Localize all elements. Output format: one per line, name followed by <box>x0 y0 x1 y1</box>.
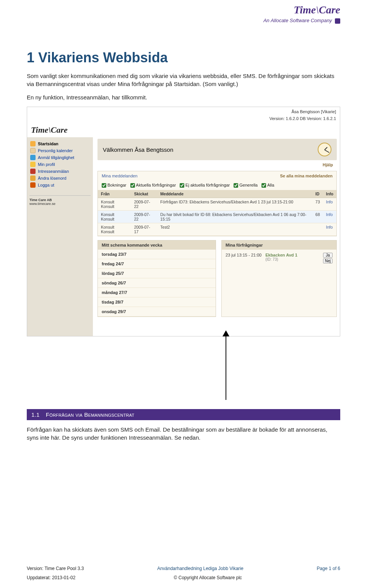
logo-text-left: Time <box>294 4 316 16</box>
sidebar-item-label: Anmäl tillgänglighet <box>38 155 74 160</box>
footer-version: Version: Time Care Pool 3.3 <box>27 566 84 571</box>
ic-start-icon <box>30 141 36 146</box>
ic-logout-icon <box>30 182 36 188</box>
schedule-title: Mitt schema kommande vecka <box>98 240 216 250</box>
section-heading: 1.1 Förfrågan via Bemanningscentrat <box>27 409 340 420</box>
inquiries-card: Mina förfrågningar 23 jul 13:15 - 21:00 … <box>221 240 337 317</box>
info-link[interactable]: Info <box>323 223 336 236</box>
version-label: Version: 1.6.2.0 DB Version: 1.6.2.1 <box>31 115 336 122</box>
logo-text-right: Care <box>319 4 340 16</box>
table-row[interactable]: Konsult Konsult2009-07-22Förfrågan ID73:… <box>98 198 336 211</box>
messages-panel: Mina meddelanden Se alla mina meddelande… <box>97 171 337 236</box>
cell-sent: 2009-07-22 <box>131 198 158 211</box>
ic-pw-icon <box>30 175 36 181</box>
sidebar-item-label: Intresseanmälan <box>38 169 69 174</box>
cell-from: Konsult Konsult <box>98 198 131 211</box>
section-number: 1.1 <box>31 411 39 418</box>
arrow-pointer-icon <box>226 335 226 400</box>
filter-generella[interactable]: Generella <box>234 183 258 187</box>
column-header: Info <box>323 190 336 198</box>
filter-alla[interactable]: Alla <box>261 183 274 187</box>
message-filters: BokningarAktuella förfrågningarEj aktuel… <box>98 180 336 190</box>
filter-checkbox[interactable] <box>102 183 106 188</box>
welcome-text: Välkommen Åsa Bengtsson <box>103 146 173 153</box>
document-title: 1 Vikariens Webbsida <box>27 50 340 66</box>
sidebar-item-label: Startsidan <box>38 141 58 146</box>
footer-updated: Uppdaterat: 2013-01-02 <box>27 575 75 580</box>
sidebar-item-anmäl-tillgänglighet[interactable]: Anmäl tillgänglighet <box>29 154 91 161</box>
document-footer: Version: Time Care Pool 3.3 Användarhand… <box>27 566 340 580</box>
messages-table: FrånSkickatMeddelandeIDInfo Konsult Kons… <box>98 190 336 236</box>
schedule-day: lördag 25/7 <box>98 269 216 278</box>
footer-page: Page 1 of 6 <box>317 566 340 571</box>
sidebar-item-label: Ändra lösenord <box>38 176 67 180</box>
section-title: Förfrågan via Bemanningscentrat <box>46 411 135 418</box>
column-header: Meddelande <box>157 190 312 198</box>
clock-icon <box>318 143 331 156</box>
table-row[interactable]: Konsult Konsult2009-07-17Test2Info <box>98 223 336 236</box>
section-body-text: Förfrågan kan ha skickats även som SMS o… <box>27 426 340 442</box>
cell-id <box>312 223 323 236</box>
column-header: ID <box>312 190 323 198</box>
company-url: www.timecare.se <box>29 202 91 206</box>
sidebar-item-logga-ut[interactable]: Logga ut <box>29 182 91 188</box>
sidebar-item-intresseanmälan[interactable]: Intresseanmälan <box>29 168 91 175</box>
cell-from: Konsult Konsult <box>98 211 131 223</box>
filter-checkbox[interactable] <box>234 183 238 188</box>
logo-subtitle: An Allocate Software Company <box>263 18 332 23</box>
cell-from: Konsult Konsult <box>98 223 131 236</box>
filter-checkbox[interactable] <box>261 183 266 188</box>
company-name: Time Care AB <box>29 198 91 202</box>
sidebar-item-personlig-kalender[interactable]: Personlig kalender <box>29 147 91 154</box>
ic-avail-icon <box>30 155 36 160</box>
sidebar-item-label: Personlig kalender <box>38 148 73 153</box>
inquiry-yes-button[interactable]: Ja <box>323 253 333 258</box>
help-link[interactable]: Hjälp <box>93 162 340 171</box>
embedded-screenshot: Åsa Bengtsson [Vikarie] Version: 1.6.2.0… <box>27 107 340 336</box>
column-header: Från <box>98 190 131 198</box>
sidebar-item-startsidan[interactable]: Startsidan <box>29 140 91 147</box>
cell-msg: Du har blivit bokad för ID 68: Ekbackens… <box>157 211 312 223</box>
filter-checkbox[interactable] <box>180 183 184 188</box>
schedule-day: onsdag 29/7 <box>98 307 216 317</box>
ic-interest-icon <box>30 169 36 174</box>
column-header: Skickat <box>131 190 158 198</box>
schedule-day: torsdag 23/7 <box>98 250 216 259</box>
cell-id: 68 <box>312 211 323 223</box>
cell-msg: Test2 <box>157 223 312 236</box>
sidebar-item-min-profil[interactable]: Min profil <box>29 161 91 168</box>
filter-ej-aktuella-förfrågningar[interactable]: Ej aktuella förfrågningar <box>180 183 230 187</box>
cell-msg: Förfrågan ID73: Ekbackens Servicehus/Ekb… <box>157 198 312 211</box>
ic-cal-icon <box>30 148 36 153</box>
sidebar-nav: StartsidanPersonlig kalenderAnmäl tillgä… <box>27 137 93 336</box>
schedule-card: Mitt schema kommande vecka torsdag 23/7f… <box>97 240 216 317</box>
inquiry-location: Ekbacken Avd 1 <box>265 253 297 257</box>
brand-logo: Time\Care An Allocate Software Company <box>263 4 340 24</box>
intro-paragraph-2: En ny funktion, Intresseanmälan, har til… <box>27 93 340 101</box>
ic-profile-icon <box>30 162 36 167</box>
app-logo: Time\Care <box>31 125 96 135</box>
allocate-icon <box>335 18 340 24</box>
filter-checkbox[interactable] <box>130 183 135 188</box>
schedule-day: fredag 24/7 <box>98 259 216 269</box>
info-link[interactable]: Info <box>323 211 336 223</box>
cell-id: 73 <box>312 198 323 211</box>
current-user-label: Åsa Bengtsson [Vikarie] <box>31 109 336 115</box>
schedule-day: söndag 26/7 <box>98 278 216 288</box>
company-footer: Time Care AB www.timecare.se <box>29 195 91 206</box>
filter-aktuella-förfrågningar[interactable]: Aktuella förfrågningar <box>130 183 176 187</box>
sidebar-item-label: Logga ut <box>38 183 54 187</box>
filter-bokningar[interactable]: Bokningar <box>102 183 127 187</box>
cell-sent: 2009-07-17 <box>131 223 158 236</box>
inquiry-no-button[interactable]: Nej <box>323 258 333 263</box>
messages-title: Mina meddelanden <box>102 174 138 178</box>
sidebar-item-ändra-lösenord[interactable]: Ändra lösenord <box>29 175 91 182</box>
footer-doc-title: Användarhandledning Lediga Jobb Vikarie <box>157 566 243 571</box>
inquiry-time: 23 jul 13:15 - 21:00 <box>226 253 261 257</box>
schedule-day: måndag 27/7 <box>98 288 216 297</box>
all-messages-link[interactable]: Se alla mina meddelanden <box>280 174 333 178</box>
info-link[interactable]: Info <box>323 198 336 211</box>
table-row[interactable]: Konsult Konsult2009-07-22Du har blivit b… <box>98 211 336 223</box>
inquiries-title: Mina förfrågningar <box>222 240 336 250</box>
footer-copyright: © Copyright Allocate Software plc <box>174 575 242 580</box>
